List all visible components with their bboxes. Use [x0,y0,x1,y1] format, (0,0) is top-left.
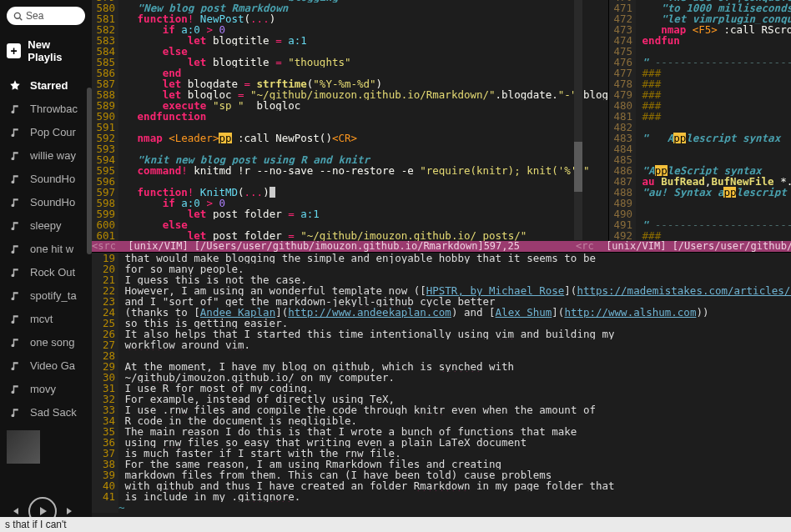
code-line[interactable]: 478 ### [609,78,791,89]
code-line[interactable]: 601 let post_folder = "~/github/imouzon.… [92,230,608,241]
code-line[interactable]: 23 and I "sort of" get the markdown-jeky… [92,296,791,307]
playlist-label: one song [30,336,75,349]
vim-editor[interactable]: 579 "---------------------- blogging ---… [92,0,791,525]
code-line[interactable]: 489 [609,198,791,208]
playlist-label: Rock Out [30,266,75,279]
code-line[interactable]: 19 that would make blogging the simple a… [92,253,791,263]
code-line[interactable]: 484 [609,143,791,154]
music-note-icon [8,335,22,349]
playlist-item[interactable]: Starred [0,73,92,97]
code-line[interactable]: 582 if a:0 > 0 [92,24,608,35]
code-line[interactable]: 25 so this is getting easier. [92,318,791,329]
line-number: 492 [609,230,636,241]
playlist-item[interactable]: Throwbac [0,97,92,120]
code-line[interactable]: 590 endfunction [92,111,608,122]
code-line[interactable]: 30 ~/github/imouzon.github.io/ on my com… [92,372,791,383]
code-line[interactable]: 36 using rnw files so easy that writing … [92,437,791,448]
code-line[interactable]: 581 function! NewPost(...) [92,13,608,24]
playlist-item[interactable]: movy [0,377,92,400]
music-note-icon [8,172,22,185]
playlist-item[interactable]: one song [0,330,92,354]
code-line[interactable]: 38 For the same reason, I am using Rmark… [92,459,791,469]
code-line[interactable]: 591 [92,122,608,133]
code-line[interactable]: 585 let blogtitle = "thoughts" [92,57,608,68]
code-line[interactable]: 471 "to 1000 milliseconds. [609,3,791,13]
now-playing-art[interactable] [7,430,40,464]
code-line[interactable]: 29 At the moment, I have my blog on gith… [92,361,791,372]
playlist-item[interactable]: Sad Sack [0,400,92,424]
code-line[interactable]: 599 let post_folder = a:1 [92,208,608,219]
music-note-icon [8,148,22,162]
vim-bottom-split[interactable]: 19 that would make blogging the simple a… [92,252,791,525]
code-line[interactable]: 477 ### [609,68,791,78]
code-line[interactable]: 41 is include in my .gitignore. [92,491,791,502]
spotify-sidebar: Sea + New Playlis StarredThrowbacPop Cou… [0,0,92,532]
code-line[interactable]: 488 "au! Syntax applescript sourc [609,187,791,198]
playlist-item[interactable]: SoundHo [0,167,92,190]
code-line[interactable]: 40 with github and thus I have created a… [92,480,791,491]
code-line[interactable]: 491 " ------------------------ [609,219,791,230]
code-line[interactable]: 20 for so many people. [92,263,791,274]
code-line[interactable]: 485 [609,154,791,165]
code-line[interactable]: 583 let blogtitle = a:1 [92,35,608,46]
code-line[interactable]: 588 let blogloc = "~/github/imouzon.gith… [92,89,608,100]
code-line[interactable]: 34 R code in the document is negligible. [92,415,791,426]
code-line[interactable]: 32 For example, instead of directly usin… [92,394,791,404]
code-line[interactable]: 33 I use .rnw files and compile the code… [92,404,791,415]
code-line[interactable]: 598 if a:0 > 0 [92,198,608,208]
line-number: 41 [92,491,118,502]
code-line[interactable]: 486 "AppleScript syntax [609,165,791,176]
code-line[interactable]: 584 else [92,46,608,57]
code-line[interactable]: 26 It also helps that I started this tim… [92,329,791,339]
playlist-item[interactable]: sleepy [0,213,92,237]
code-line[interactable]: 31 I use R for most of my coding. [92,383,791,394]
new-playlist-button[interactable]: + New Playlis [0,32,92,70]
code-line[interactable]: 479 ### [609,89,791,100]
playlist-item[interactable]: Rock Out [0,260,92,284]
code-line[interactable]: 483 " Applescript syntax [609,133,791,143]
code-line[interactable]: 24 (thanks to [Andee Kaplan](http://www.… [92,307,791,318]
code-line[interactable]: 473 nmap <F5> :call RScrollTer [609,24,791,35]
code-line[interactable]: 481 ### [609,111,791,122]
code-line[interactable]: 587 let blogdate = strftime("%Y-%m-%d") [92,78,608,89]
vim-left-split[interactable]: 579 "---------------------- blogging ---… [92,0,608,241]
code-line[interactable]: 28 [92,350,791,361]
code-line[interactable]: 600 else [92,219,608,230]
code-line[interactable]: 594 "knit new blog post using R and knit… [92,154,608,165]
code-line[interactable]: 586 end [92,68,608,78]
playlist-item[interactable]: one hit w [0,237,92,260]
code-line[interactable]: 597 function! KnitMD(...) [92,187,608,198]
code-line[interactable]: 22 However, I am using an wonderful temp… [92,285,791,296]
code-line[interactable]: 475 [609,46,791,57]
code-line[interactable]: 482 [609,122,791,133]
code-line[interactable]: 595 command! knitmd !r --no-save --no-re… [92,165,608,176]
playlist-list: StarredThrowbacPop Courwillie waySoundHo… [0,70,92,427]
search-input[interactable]: Sea [7,7,85,25]
code-line[interactable]: 476 " ------------------------ [609,57,791,68]
playlist-item[interactable]: willie way [0,143,92,167]
code-line[interactable]: 37 is much faster if I start with the rn… [92,448,791,459]
code-line[interactable]: 580 "New blog post Rmarkdown [92,3,608,13]
code-line[interactable]: 472 "let vimrplugin_conquesleep [609,13,791,24]
code-line[interactable]: 27 workflow around vim. [92,339,791,350]
vim-scrollbar[interactable] [574,0,582,240]
code-line[interactable]: 592 nmap <Leader>pp :call NewPost()<CR> [92,133,608,143]
code-line[interactable]: 593 [92,143,608,154]
playlist-item[interactable]: Pop Cour [0,120,92,143]
code-line[interactable]: 480 ### [609,100,791,111]
playlist-item[interactable]: SoundHo [0,190,92,213]
code-line[interactable]: 35 The main reason I do this is that I w… [92,426,791,437]
code-line[interactable]: 474 endfun [609,35,791,46]
code-line[interactable]: 39 markdown files from them. This can (I… [92,469,791,480]
code-line[interactable]: 492 ### [609,230,791,241]
scrollbar-thumb[interactable] [574,142,582,192]
code-line[interactable]: 21 I guess this is not the case. [92,274,791,285]
code-line[interactable]: 487 au BufRead,BufNewFile *.scrp, [609,176,791,187]
code-line[interactable]: 589 execute "sp " blogloc [92,100,608,111]
playlist-item[interactable]: mcvt [0,307,92,330]
code-line[interactable]: 490 [609,208,791,219]
code-line[interactable]: 596 [92,176,608,187]
playlist-item[interactable]: spotify_ta [0,284,92,307]
playlist-item[interactable]: Video Ga [0,354,92,377]
vim-right-split[interactable]: 470 "The use of |ConqueTerm_Re471 "to 10… [608,0,791,241]
